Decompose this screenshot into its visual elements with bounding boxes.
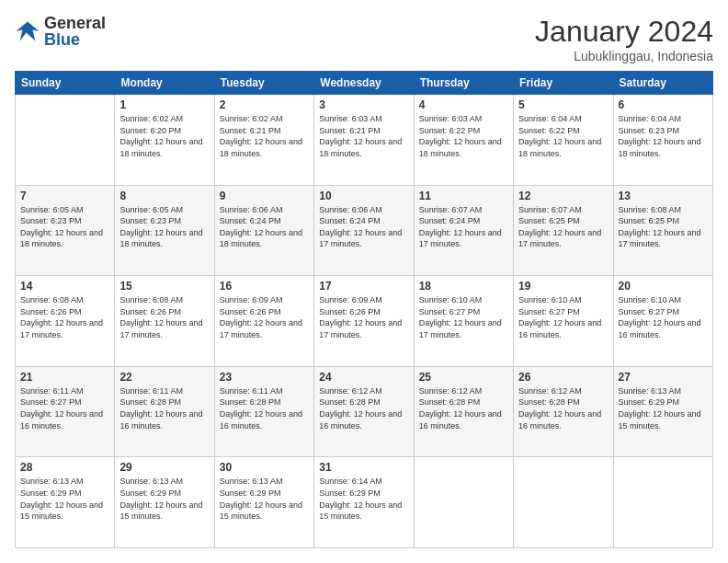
sunset-label: Sunset: 6:25 PM (518, 216, 580, 225)
sunrise-label: Sunrise: 6:13 AM (220, 477, 283, 486)
daylight-label: Daylight: 12 hours and 16 minutes. (20, 409, 103, 431)
sunrise-label: Sunrise: 6:13 AM (619, 386, 682, 396)
calendar-cell: 29 Sunrise: 6:13 AM Sunset: 6:29 PM Dayl… (115, 457, 214, 548)
calendar-cell: 26 Sunrise: 6:12 AM Sunset: 6:28 PM Dayl… (514, 366, 613, 457)
col-monday: Monday (115, 72, 214, 95)
sunset-label: Sunset: 6:20 PM (119, 126, 181, 135)
day-number: 11 (419, 190, 508, 202)
calendar-cell: 19 Sunrise: 6:10 AM Sunset: 6:27 PM Dayl… (514, 276, 613, 367)
sunset-label: Sunset: 6:28 PM (419, 397, 481, 407)
calendar-cell (514, 457, 613, 548)
sunrise-label: Sunrise: 6:07 AM (518, 205, 582, 214)
sunset-label: Sunset: 6:29 PM (619, 397, 680, 407)
daylight-label: Daylight: 12 hours and 17 minutes. (20, 318, 103, 339)
day-number: 17 (319, 280, 408, 293)
day-number: 20 (619, 280, 708, 293)
header: General Blue January 2024 Lubuklinggau, … (15, 15, 713, 63)
calendar-cell: 30 Sunrise: 6:13 AM Sunset: 6:29 PM Dayl… (214, 457, 313, 548)
day-info: Sunrise: 6:04 AM Sunset: 6:22 PM Dayligh… (518, 113, 608, 159)
day-info: Sunrise: 6:11 AM Sunset: 6:28 PM Dayligh… (220, 385, 309, 431)
day-number: 24 (319, 371, 408, 384)
sunrise-label: Sunrise: 6:11 AM (119, 386, 183, 396)
day-info: Sunrise: 6:06 AM Sunset: 6:24 PM Dayligh… (220, 204, 309, 250)
sunrise-label: Sunrise: 6:12 AM (419, 386, 483, 396)
calendar-cell: 6 Sunrise: 6:04 AM Sunset: 6:23 PM Dayli… (613, 95, 712, 186)
day-info: Sunrise: 6:03 AM Sunset: 6:22 PM Dayligh… (419, 113, 508, 159)
day-number: 27 (619, 371, 708, 384)
day-number: 13 (619, 190, 708, 202)
week-row-3: 14 Sunrise: 6:08 AM Sunset: 6:26 PM Dayl… (16, 276, 713, 367)
col-friday: Friday (514, 72, 613, 95)
sunrise-label: Sunrise: 6:11 AM (220, 386, 283, 396)
day-number: 4 (419, 98, 508, 111)
daylight-label: Daylight: 12 hours and 15 minutes. (119, 500, 202, 522)
sunset-label: Sunset: 6:26 PM (119, 307, 181, 316)
day-info: Sunrise: 6:11 AM Sunset: 6:27 PM Dayligh… (20, 385, 109, 431)
sunset-label: Sunset: 6:23 PM (619, 126, 680, 135)
sunset-label: Sunset: 6:28 PM (518, 397, 580, 407)
sunrise-label: Sunrise: 6:05 AM (119, 205, 183, 214)
calendar-cell: 9 Sunrise: 6:06 AM Sunset: 6:24 PM Dayli… (214, 185, 313, 276)
sunset-label: Sunset: 6:22 PM (518, 126, 580, 135)
sunrise-label: Sunrise: 6:06 AM (220, 205, 283, 214)
daylight-label: Daylight: 12 hours and 18 minutes. (220, 228, 302, 249)
daylight-label: Daylight: 12 hours and 18 minutes. (119, 137, 202, 158)
calendar-cell: 20 Sunrise: 6:10 AM Sunset: 6:27 PM Dayl… (613, 276, 712, 367)
day-number: 25 (419, 371, 508, 384)
day-info: Sunrise: 6:10 AM Sunset: 6:27 PM Dayligh… (419, 294, 508, 340)
day-info: Sunrise: 6:04 AM Sunset: 6:23 PM Dayligh… (619, 113, 708, 159)
calendar-cell: 21 Sunrise: 6:11 AM Sunset: 6:27 PM Dayl… (16, 366, 115, 457)
sunset-label: Sunset: 6:23 PM (119, 216, 181, 225)
calendar-cell: 4 Sunrise: 6:03 AM Sunset: 6:22 PM Dayli… (414, 95, 513, 186)
daylight-label: Daylight: 12 hours and 17 minutes. (119, 318, 202, 339)
day-info: Sunrise: 6:09 AM Sunset: 6:26 PM Dayligh… (220, 294, 309, 340)
day-number: 9 (220, 190, 309, 202)
daylight-label: Daylight: 12 hours and 17 minutes. (319, 318, 402, 339)
day-number: 10 (319, 190, 408, 202)
calendar-cell: 12 Sunrise: 6:07 AM Sunset: 6:25 PM Dayl… (514, 185, 613, 276)
sunset-label: Sunset: 6:29 PM (20, 488, 82, 498)
calendar-cell: 27 Sunrise: 6:13 AM Sunset: 6:29 PM Dayl… (613, 366, 712, 457)
day-info: Sunrise: 6:05 AM Sunset: 6:23 PM Dayligh… (119, 204, 209, 250)
col-tuesday: Tuesday (214, 72, 313, 95)
calendar-cell: 8 Sunrise: 6:05 AM Sunset: 6:23 PM Dayli… (115, 185, 214, 276)
col-sunday: Sunday (16, 72, 115, 95)
day-number: 12 (518, 190, 608, 202)
calendar-cell: 2 Sunrise: 6:02 AM Sunset: 6:21 PM Dayli… (214, 95, 313, 186)
sunrise-label: Sunrise: 6:03 AM (419, 114, 483, 123)
daylight-label: Daylight: 12 hours and 16 minutes. (518, 409, 601, 431)
calendar-cell (613, 457, 712, 548)
sunset-label: Sunset: 6:23 PM (20, 216, 82, 225)
day-number: 15 (119, 280, 209, 293)
sunrise-label: Sunrise: 6:08 AM (619, 205, 682, 214)
daylight-label: Daylight: 12 hours and 16 minutes. (419, 409, 502, 431)
daylight-label: Daylight: 12 hours and 18 minutes. (119, 228, 202, 249)
sunrise-label: Sunrise: 6:12 AM (319, 386, 382, 396)
sunset-label: Sunset: 6:24 PM (319, 216, 381, 225)
calendar-table: Sunday Monday Tuesday Wednesday Thursday… (15, 71, 713, 548)
sunrise-label: Sunrise: 6:10 AM (518, 295, 582, 304)
daylight-label: Daylight: 12 hours and 16 minutes. (319, 409, 402, 431)
day-number: 16 (220, 280, 309, 293)
sunset-label: Sunset: 6:27 PM (518, 307, 580, 316)
calendar-cell: 7 Sunrise: 6:05 AM Sunset: 6:23 PM Dayli… (16, 185, 115, 276)
sunrise-label: Sunrise: 6:11 AM (20, 386, 84, 396)
sunset-label: Sunset: 6:28 PM (119, 397, 181, 407)
daylight-label: Daylight: 12 hours and 17 minutes. (220, 318, 302, 339)
calendar-cell: 18 Sunrise: 6:10 AM Sunset: 6:27 PM Dayl… (414, 276, 513, 367)
logo-bird-icon (15, 18, 40, 44)
day-info: Sunrise: 6:12 AM Sunset: 6:28 PM Dayligh… (518, 385, 608, 431)
daylight-label: Daylight: 12 hours and 16 minutes. (119, 409, 202, 431)
day-info: Sunrise: 6:07 AM Sunset: 6:24 PM Dayligh… (419, 204, 508, 250)
calendar-cell: 16 Sunrise: 6:09 AM Sunset: 6:26 PM Dayl… (214, 276, 313, 367)
day-number: 3 (319, 98, 408, 111)
calendar-cell (16, 95, 115, 186)
calendar-cell (414, 457, 513, 548)
day-info: Sunrise: 6:10 AM Sunset: 6:27 PM Dayligh… (619, 294, 708, 340)
day-info: Sunrise: 6:08 AM Sunset: 6:26 PM Dayligh… (20, 294, 109, 340)
svg-marker-0 (16, 22, 39, 41)
sunset-label: Sunset: 6:27 PM (419, 307, 481, 316)
daylight-label: Daylight: 12 hours and 17 minutes. (619, 228, 701, 249)
day-number: 8 (119, 190, 209, 202)
sunrise-label: Sunrise: 6:02 AM (119, 114, 183, 123)
